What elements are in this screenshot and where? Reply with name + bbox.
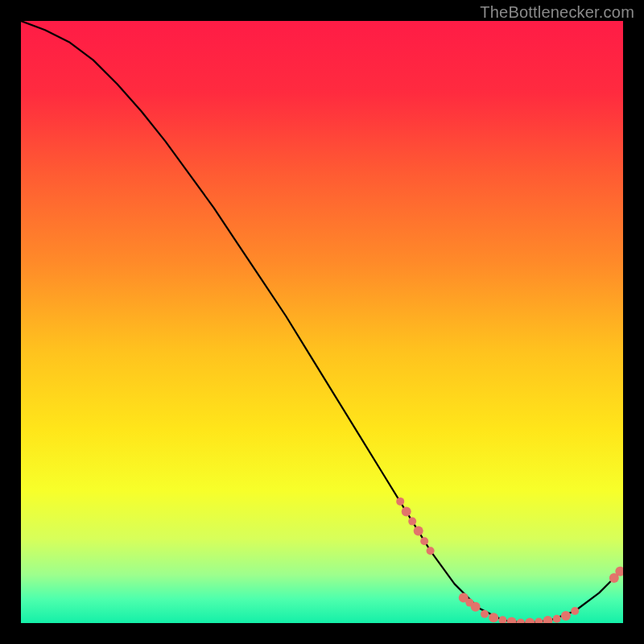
marker-dot: [471, 602, 481, 612]
marker-dot: [420, 537, 428, 545]
marker-dot: [571, 607, 579, 615]
marker-dot: [402, 507, 411, 517]
marker-dot: [427, 547, 435, 555]
marker-dot: [553, 615, 561, 623]
bottleneck-chart: [21, 21, 623, 623]
marker-dot: [481, 610, 489, 618]
marker-dot: [561, 611, 571, 621]
gradient-background: [21, 21, 623, 623]
marker-dot: [408, 518, 416, 526]
marker-dot: [396, 497, 404, 506]
marker-dot: [489, 613, 498, 622]
marker-dot: [414, 526, 423, 536]
chart-frame: TheBottleneсker.com: [0, 0, 644, 644]
watermark-text: TheBottleneсker.com: [480, 3, 634, 22]
